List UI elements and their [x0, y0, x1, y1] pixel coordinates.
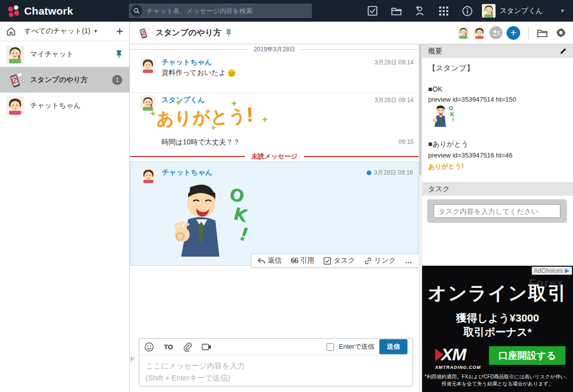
enter-send-checkbox[interactable] — [326, 343, 334, 351]
sender-avatar — [141, 168, 156, 183]
xm-domain: XMTRADING.COM — [435, 365, 481, 370]
ad-offer-line1: 獲得しよう¥3000 — [422, 311, 573, 325]
sticker-ok-title: ■OK — [428, 85, 567, 93]
info-icon[interactable] — [455, 0, 479, 22]
home-icon[interactable] — [6, 27, 19, 36]
message-composer: TO Enterで送信 送信 ここにメッセージ内容を入力 (Shift + En… — [139, 338, 413, 386]
unread-badge: 1 — [112, 75, 122, 85]
ad-banner[interactable]: Forex AdChoices オンライン取引 獲得しよう¥3000 取引ボーナ… — [422, 266, 573, 392]
svg-text:K: K — [231, 203, 250, 226]
send-button[interactable]: 送信 — [379, 339, 407, 354]
input-placeholder-line1: ここにメッセージ内容を入力 — [145, 360, 406, 372]
attach-file-icon[interactable] — [183, 342, 192, 352]
member-avatar-stamp-kun[interactable] — [457, 27, 469, 39]
to-mention-button[interactable]: TO — [164, 343, 173, 351]
overview-heading: 【スタンプ】 — [428, 63, 567, 73]
sender-name[interactable]: チャットちゃん — [162, 168, 212, 177]
overview-header: 概要 — [422, 44, 573, 58]
ad-cta-button[interactable]: 口座開設する — [489, 346, 565, 365]
chat-filter-dropdown[interactable]: すべてのチャット(1) — [24, 27, 91, 36]
message-timestamp: 09:15 — [398, 138, 414, 145]
message-stamp-kun[interactable]: スタンプくん 3月28日 09:14 ✚ ✚ ✚ ✚ ✚ ありがとう! 時間は1… — [130, 95, 419, 152]
more-icon: … — [405, 257, 413, 265]
message-timeline[interactable]: 2019年3月28日 チャットちゃん 3月28日 09:14 資料作っておいたよ… — [130, 44, 419, 338]
chat-name: スタンプのやり方 — [30, 75, 88, 85]
edit-pencil-icon[interactable] — [559, 47, 567, 55]
emoticon-icon[interactable] — [144, 342, 154, 352]
message-text: 時間は10時で大丈夫？？ — [161, 138, 240, 147]
message-chat-chan-2-unread[interactable]: チャットちゃん 3月28日 09:16 — [130, 162, 419, 266]
unread-dot — [367, 171, 371, 175]
my-chat-avatar — [6, 45, 24, 63]
quote-button[interactable]: 66 引用 — [291, 256, 314, 265]
chat-name: マイチャット — [30, 50, 73, 59]
sticker-ok-meta: preview id=353947514 ht=150 — [428, 96, 567, 103]
pin-icon[interactable] — [225, 29, 232, 37]
reply-button[interactable]: 返信 — [258, 256, 282, 265]
timeline-scrollbar[interactable] — [419, 44, 422, 392]
folder-icon[interactable] — [384, 0, 408, 22]
search-icon — [131, 5, 142, 17]
apps-grid-icon[interactable] — [432, 0, 455, 22]
sidebar-item-chat-chan[interactable]: チャットちゃん — [0, 93, 129, 118]
message-timestamp: 3月28日 09:14 — [375, 96, 414, 105]
input-placeholder-line2: (Shift + Enterキーで送信) — [145, 372, 406, 384]
sticker-arigatou-meta: preview id=353947516 ht=46 — [428, 151, 567, 159]
video-call-icon[interactable] — [202, 343, 212, 351]
sticker-arigatou[interactable]: ✚ ✚ ✚ ✚ ✚ ありがとう! — [156, 103, 268, 136]
reply-icon — [258, 258, 265, 264]
sender-avatar — [140, 58, 155, 73]
caret-down-icon: ▼ — [560, 8, 565, 14]
sidebar-item-stamp-howto[interactable]: スタンプのやり方 1 — [0, 67, 129, 93]
composer-toolbar: TO Enterで送信 送信 — [139, 339, 413, 355]
task-input[interactable] — [434, 204, 560, 218]
user-avatar — [482, 4, 496, 18]
ad-disclaimer-line2: 投資元本を全て失う結果となる場合があります。 — [422, 380, 573, 387]
adchoices-label[interactable]: AdChoices — [532, 267, 572, 275]
task-icon — [323, 257, 331, 265]
account-menu[interactable]: スタンプくん ▼ — [479, 4, 568, 18]
collapse-input-icon[interactable]: |< — [130, 355, 134, 362]
message-chat-chan-1[interactable]: チャットちゃん 3月28日 09:14 資料作っておいたよ — [130, 57, 419, 93]
sticker-ok[interactable]: O K ! — [160, 182, 261, 257]
sender-avatar — [140, 96, 155, 111]
ad-headline: オンライン取引 — [422, 281, 573, 306]
sticker-arigatou-title: ■ありがとう — [428, 140, 567, 149]
message-input[interactable]: ここにメッセージ内容を入力 (Shift + Enterキーで送信) — [139, 355, 413, 388]
ad-offer-line2: 取引ボーナス* — [422, 325, 573, 339]
chat-list-sidebar: すべてのチャット(1) ▼ + マイチャット スタンプのやり方 1 チャットち — [0, 22, 130, 392]
settings-gear-icon[interactable] — [556, 28, 566, 38]
task-check-icon[interactable] — [361, 0, 384, 22]
chevron-down-icon[interactable]: ▼ — [94, 29, 98, 34]
scrollbar-thumb[interactable] — [419, 44, 422, 175]
members-icon[interactable] — [489, 26, 503, 39]
global-search[interactable] — [129, 4, 312, 18]
message-timestamp: 3月28日 09:14 — [375, 58, 414, 67]
folder-icon[interactable] — [537, 28, 548, 38]
room-header-actions: + — [457, 26, 573, 40]
add-contact-icon[interactable] — [408, 0, 432, 22]
svg-text:O: O — [449, 106, 453, 111]
sidebar-item-my-chat[interactable]: マイチャット — [0, 41, 129, 67]
sender-name[interactable]: チャットちゃん — [161, 58, 212, 67]
more-button[interactable]: … — [405, 257, 413, 265]
chatwork-logo[interactable]: Chatwork — [0, 5, 121, 18]
pin-icon[interactable] — [116, 50, 122, 58]
message-timestamp: 3月28日 09:16 — [374, 169, 413, 177]
link-icon — [364, 257, 372, 265]
task-header: タスク — [422, 182, 573, 196]
add-chat-button[interactable]: + — [116, 25, 123, 37]
task-input-area — [427, 199, 567, 223]
add-member-button[interactable]: + — [507, 26, 520, 40]
brand-name: Chatwork — [24, 5, 73, 17]
search-input[interactable] — [142, 7, 312, 15]
svg-text:K: K — [450, 112, 455, 117]
contact-avatar — [6, 97, 24, 115]
sender-name[interactable]: スタンプくん — [161, 96, 205, 105]
task-button[interactable]: タスク — [323, 256, 355, 265]
chat-room-header: スタンプのやり方 + — [130, 22, 573, 44]
member-avatar-chat-chan[interactable] — [473, 27, 485, 39]
top-right-actions: スタンプくん ▼ — [361, 0, 568, 22]
smile-emoticon-icon — [227, 69, 236, 77]
link-button[interactable]: リンク — [364, 256, 396, 265]
